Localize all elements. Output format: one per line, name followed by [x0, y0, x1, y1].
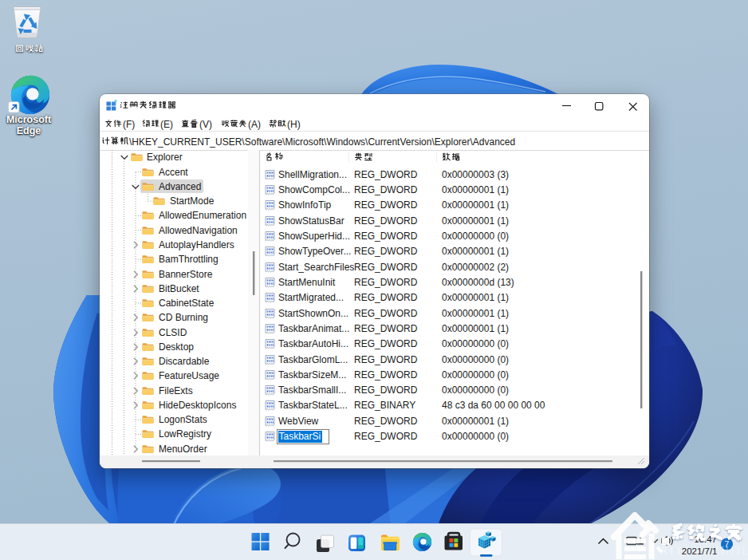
svg-text:(E): (E): [160, 119, 173, 130]
svg-text:(V): (V): [199, 119, 212, 130]
svg-text:2021/7/1: 2021/7/1: [682, 546, 718, 556]
svg-text:(H): (H): [287, 119, 301, 130]
svg-text:(F): (F): [123, 119, 135, 130]
svg-text:\HKEY_CURRENT_USER\Software\Mi: \HKEY_CURRENT_USER\Software\Microsoft\Wi…: [129, 136, 515, 148]
svg-text:(A): (A): [248, 119, 261, 130]
